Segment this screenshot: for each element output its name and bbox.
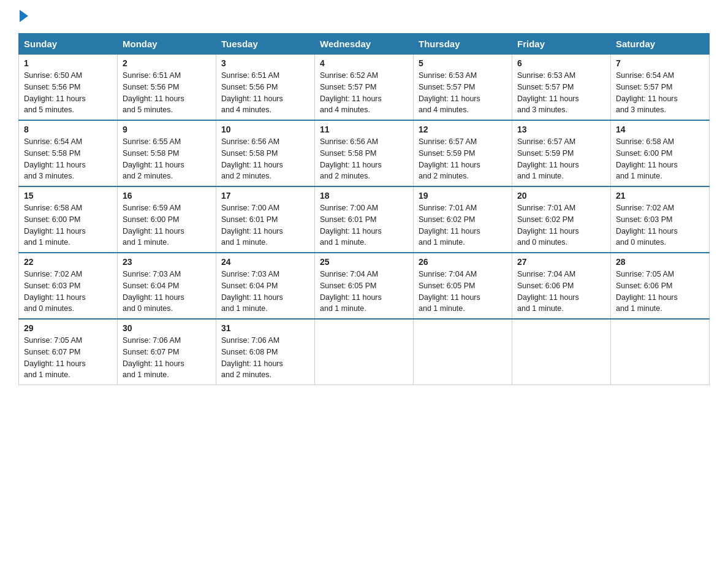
day-info: Sunrise: 7:04 AMSunset: 6:05 PMDaylight:… [320, 269, 408, 315]
calendar-cell [611, 319, 710, 385]
calendar-cell: 16Sunrise: 6:59 AMSunset: 6:00 PMDayligh… [118, 186, 216, 253]
calendar-cell: 13Sunrise: 6:57 AMSunset: 5:59 PMDayligh… [512, 120, 611, 186]
week-row-2: 8Sunrise: 6:54 AMSunset: 5:58 PMDaylight… [19, 120, 710, 186]
day-info: Sunrise: 7:04 AMSunset: 6:06 PMDaylight:… [517, 269, 605, 315]
calendar-cell [315, 319, 414, 385]
calendar-cell: 7Sunrise: 6:54 AMSunset: 5:57 PMDaylight… [611, 55, 710, 121]
calendar-cell: 5Sunrise: 6:53 AMSunset: 5:57 PMDaylight… [414, 55, 512, 121]
calendar-cell: 3Sunrise: 6:51 AMSunset: 5:56 PMDaylight… [216, 55, 315, 121]
day-number: 6 [517, 58, 605, 68]
header-row: SundayMondayTuesdayWednesdayThursdayFrid… [19, 34, 710, 55]
day-number: 14 [616, 124, 704, 134]
day-number: 26 [419, 257, 507, 267]
calendar-cell [512, 319, 611, 385]
logo-arrow-icon [20, 10, 28, 22]
day-number: 19 [419, 191, 507, 201]
day-info: Sunrise: 7:01 AMSunset: 6:02 PMDaylight:… [419, 202, 507, 248]
day-info: Sunrise: 6:50 AMSunset: 5:56 PMDaylight:… [24, 70, 112, 116]
day-number: 15 [24, 191, 112, 201]
calendar-cell: 22Sunrise: 7:02 AMSunset: 6:03 PMDayligh… [19, 253, 118, 319]
calendar-cell: 6Sunrise: 6:53 AMSunset: 5:57 PMDaylight… [512, 55, 611, 121]
calendar-header: SundayMondayTuesdayWednesdayThursdayFrid… [19, 34, 710, 55]
calendar-cell: 23Sunrise: 7:03 AMSunset: 6:04 PMDayligh… [118, 253, 216, 319]
day-number: 29 [24, 323, 112, 333]
calendar-cell: 31Sunrise: 7:06 AMSunset: 6:08 PMDayligh… [216, 319, 315, 385]
calendar-cell: 20Sunrise: 7:01 AMSunset: 6:02 PMDayligh… [512, 186, 611, 253]
day-info: Sunrise: 7:02 AMSunset: 6:03 PMDaylight:… [616, 202, 704, 248]
calendar-cell: 17Sunrise: 7:00 AMSunset: 6:01 PMDayligh… [216, 186, 315, 253]
day-number: 12 [419, 124, 507, 134]
day-info: Sunrise: 6:54 AMSunset: 5:58 PMDaylight:… [24, 136, 112, 182]
calendar-cell: 19Sunrise: 7:01 AMSunset: 6:02 PMDayligh… [414, 186, 512, 253]
week-row-5: 29Sunrise: 7:05 AMSunset: 6:07 PMDayligh… [19, 319, 710, 385]
day-info: Sunrise: 7:01 AMSunset: 6:02 PMDaylight:… [517, 202, 605, 248]
calendar-cell: 24Sunrise: 7:03 AMSunset: 6:04 PMDayligh… [216, 253, 315, 319]
day-info: Sunrise: 6:56 AMSunset: 5:58 PMDaylight:… [320, 136, 408, 182]
calendar-cell: 18Sunrise: 7:00 AMSunset: 6:01 PMDayligh… [315, 186, 414, 253]
header-cell-saturday: Saturday [611, 34, 710, 55]
day-info: Sunrise: 6:53 AMSunset: 5:57 PMDaylight:… [517, 70, 605, 116]
day-info: Sunrise: 6:52 AMSunset: 5:57 PMDaylight:… [320, 70, 408, 116]
day-number: 31 [221, 323, 309, 333]
day-info: Sunrise: 6:51 AMSunset: 5:56 PMDaylight:… [123, 70, 211, 116]
day-number: 18 [320, 191, 408, 201]
day-number: 21 [616, 191, 704, 201]
calendar-cell: 25Sunrise: 7:04 AMSunset: 6:05 PMDayligh… [315, 253, 414, 319]
header-cell-monday: Monday [118, 34, 216, 55]
day-number: 30 [123, 323, 211, 333]
calendar-cell [414, 319, 512, 385]
day-info: Sunrise: 7:06 AMSunset: 6:08 PMDaylight:… [221, 335, 309, 381]
header-cell-sunday: Sunday [19, 34, 118, 55]
day-info: Sunrise: 6:55 AMSunset: 5:58 PMDaylight:… [123, 136, 211, 182]
week-row-1: 1Sunrise: 6:50 AMSunset: 5:56 PMDaylight… [19, 55, 710, 121]
calendar-cell: 8Sunrise: 6:54 AMSunset: 5:58 PMDaylight… [19, 120, 118, 186]
calendar-cell: 26Sunrise: 7:04 AMSunset: 6:05 PMDayligh… [414, 253, 512, 319]
day-number: 2 [123, 58, 211, 68]
day-number: 3 [221, 58, 309, 68]
calendar-cell: 11Sunrise: 6:56 AMSunset: 5:58 PMDayligh… [315, 120, 414, 186]
calendar-cell: 1Sunrise: 6:50 AMSunset: 5:56 PMDaylight… [19, 55, 118, 121]
day-info: Sunrise: 6:53 AMSunset: 5:57 PMDaylight:… [419, 70, 507, 116]
header-cell-wednesday: Wednesday [315, 34, 414, 55]
day-number: 13 [517, 124, 605, 134]
day-info: Sunrise: 6:58 AMSunset: 6:00 PMDaylight:… [616, 136, 704, 182]
calendar-cell: 10Sunrise: 6:56 AMSunset: 5:58 PMDayligh… [216, 120, 315, 186]
day-number: 17 [221, 191, 309, 201]
day-info: Sunrise: 6:58 AMSunset: 6:00 PMDaylight:… [24, 202, 112, 248]
page-header [18, 12, 710, 21]
week-row-4: 22Sunrise: 7:02 AMSunset: 6:03 PMDayligh… [19, 253, 710, 319]
day-info: Sunrise: 7:00 AMSunset: 6:01 PMDaylight:… [320, 202, 408, 248]
calendar-table: SundayMondayTuesdayWednesdayThursdayFrid… [18, 33, 710, 385]
calendar-cell: 21Sunrise: 7:02 AMSunset: 6:03 PMDayligh… [611, 186, 710, 253]
day-number: 28 [616, 257, 704, 267]
day-info: Sunrise: 7:03 AMSunset: 6:04 PMDaylight:… [123, 269, 211, 315]
calendar-cell: 28Sunrise: 7:05 AMSunset: 6:06 PMDayligh… [611, 253, 710, 319]
header-cell-tuesday: Tuesday [216, 34, 315, 55]
day-info: Sunrise: 7:06 AMSunset: 6:07 PMDaylight:… [123, 335, 211, 381]
logo [18, 12, 28, 21]
day-number: 7 [616, 58, 704, 68]
calendar-cell: 9Sunrise: 6:55 AMSunset: 5:58 PMDaylight… [118, 120, 216, 186]
day-info: Sunrise: 6:59 AMSunset: 6:00 PMDaylight:… [123, 202, 211, 248]
day-info: Sunrise: 6:57 AMSunset: 5:59 PMDaylight:… [419, 136, 507, 182]
day-number: 27 [517, 257, 605, 267]
day-number: 25 [320, 257, 408, 267]
day-number: 10 [221, 124, 309, 134]
day-number: 24 [221, 257, 309, 267]
day-info: Sunrise: 6:57 AMSunset: 5:59 PMDaylight:… [517, 136, 605, 182]
calendar-cell: 29Sunrise: 7:05 AMSunset: 6:07 PMDayligh… [19, 319, 118, 385]
day-info: Sunrise: 7:03 AMSunset: 6:04 PMDaylight:… [221, 269, 309, 315]
day-info: Sunrise: 7:05 AMSunset: 6:07 PMDaylight:… [24, 335, 112, 381]
day-info: Sunrise: 7:02 AMSunset: 6:03 PMDaylight:… [24, 269, 112, 315]
day-number: 5 [419, 58, 507, 68]
day-info: Sunrise: 7:00 AMSunset: 6:01 PMDaylight:… [221, 202, 309, 248]
calendar-cell: 27Sunrise: 7:04 AMSunset: 6:06 PMDayligh… [512, 253, 611, 319]
day-number: 8 [24, 124, 112, 134]
day-number: 16 [123, 191, 211, 201]
day-number: 22 [24, 257, 112, 267]
week-row-3: 15Sunrise: 6:58 AMSunset: 6:00 PMDayligh… [19, 186, 710, 253]
calendar-body: 1Sunrise: 6:50 AMSunset: 5:56 PMDaylight… [19, 55, 710, 385]
day-number: 11 [320, 124, 408, 134]
day-number: 9 [123, 124, 211, 134]
calendar-cell: 15Sunrise: 6:58 AMSunset: 6:00 PMDayligh… [19, 186, 118, 253]
